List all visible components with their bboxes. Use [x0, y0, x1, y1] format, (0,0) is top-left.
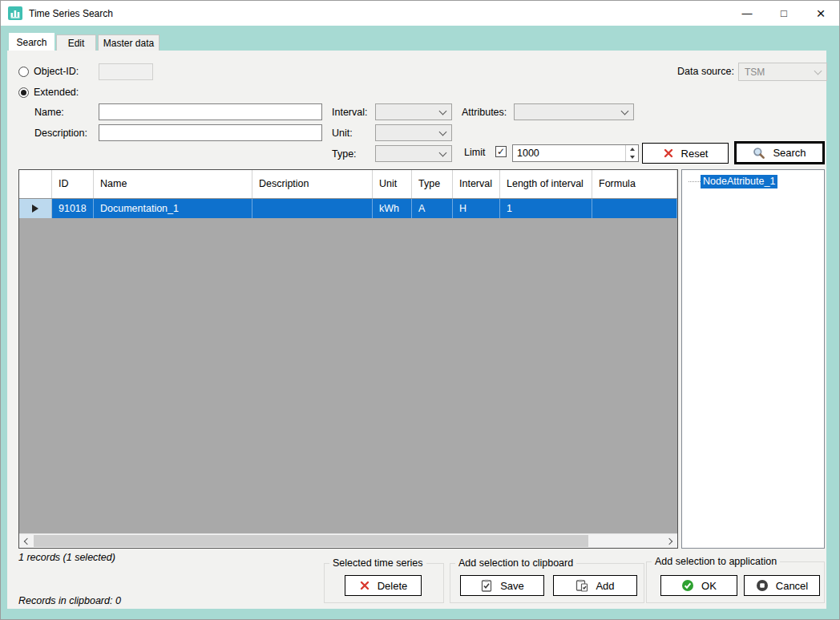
data-source-value: TSM [745, 67, 765, 78]
object-id-input [99, 63, 153, 80]
name-label: Name: [34, 107, 64, 118]
grid-header-id[interactable]: ID [52, 170, 94, 198]
save-button[interactable]: Save [460, 575, 544, 596]
horizontal-scrollbar[interactable] [19, 533, 677, 548]
chevron-down-icon [814, 67, 822, 75]
search-tab-panel: Object-ID: Data source: TSM Extended: Na… [7, 51, 826, 609]
tab-search[interactable]: Search [9, 33, 55, 51]
add-button-label: Add [596, 580, 614, 592]
attributes-label: Attributes: [462, 107, 507, 118]
application-group-title: Add selection to application [652, 556, 780, 567]
clipboard-group: Add selection to clipboard Save [450, 563, 644, 603]
extended-radio[interactable] [18, 87, 29, 98]
spinner-buttons [625, 145, 638, 161]
clipboard-status: Records in clipboard: 0 [18, 595, 121, 606]
app-window: Time Series Search — □ × Search Edit Mas… [0, 0, 840, 620]
grid-header-length-of-interval[interactable]: Length of interval [500, 170, 592, 198]
chevron-right-icon [666, 537, 672, 544]
search-icon [753, 147, 765, 160]
attributes-select[interactable] [514, 103, 634, 120]
tab-edit[interactable]: Edit [56, 34, 96, 51]
tree-connector-line [689, 181, 701, 182]
cell-description[interactable] [252, 199, 373, 218]
clipboard-group-title: Add selection to clipboard [455, 557, 576, 569]
node-attribute-tree: NodeAttribute_1 [681, 169, 825, 549]
grid-header-description[interactable]: Description [252, 170, 373, 198]
selected-time-series-group: Selected time series Delete [324, 563, 444, 603]
tree-item-label[interactable]: NodeAttribute_1 [701, 175, 777, 188]
clipboard-check-icon [480, 579, 493, 592]
save-button-label: Save [500, 580, 524, 592]
type-select[interactable] [375, 145, 452, 162]
limit-value-input[interactable] [513, 145, 625, 161]
chevron-down-icon [439, 148, 447, 156]
object-id-radio[interactable] [18, 67, 29, 77]
grid-header-name[interactable]: Name [94, 170, 252, 198]
delete-button[interactable]: Delete [345, 575, 422, 596]
row-selector-cell[interactable] [19, 199, 52, 218]
limit-checkbox[interactable]: ✓ [495, 146, 507, 157]
selected-time-series-group-title: Selected time series [329, 557, 426, 569]
tab-bar: Search Edit Master data [9, 33, 161, 51]
close-icon[interactable]: × [802, 1, 839, 26]
cell-name[interactable]: Documentation_1 [94, 199, 252, 218]
grid-header-type[interactable]: Type [412, 170, 453, 198]
chevron-down-icon [439, 128, 447, 136]
scrollbar-thumb[interactable] [34, 535, 588, 547]
application-group: Add selection to application OK Cancel [646, 561, 825, 603]
maximize-icon[interactable]: □ [765, 1, 802, 26]
window-title: Time Series Search [29, 8, 113, 19]
results-grid: ID Name Description Unit Type Interval L… [18, 169, 678, 549]
name-input[interactable] [99, 103, 322, 120]
app-icon [8, 6, 22, 20]
chevron-down-icon [439, 107, 447, 115]
extended-label: Extended: [34, 87, 79, 98]
limit-spinner[interactable] [512, 144, 639, 162]
tree-item[interactable]: NodeAttribute_1 [689, 175, 824, 188]
grid-header-interval[interactable]: Interval [453, 170, 500, 198]
search-button[interactable]: Search [734, 141, 825, 164]
chevron-left-icon [24, 537, 30, 544]
type-label: Type: [332, 148, 357, 160]
ok-check-icon [681, 579, 694, 592]
description-input[interactable] [99, 124, 322, 141]
grid-header-row: ID Name Description Unit Type Interval L… [19, 170, 677, 199]
delete-button-label: Delete [378, 580, 408, 592]
grid-header-unit[interactable]: Unit [373, 170, 412, 198]
cell-length-of-interval[interactable]: 1 [500, 199, 592, 218]
search-button-label: Search [773, 147, 806, 159]
data-source-select: TSM [738, 63, 827, 81]
object-id-label: Object-ID: [34, 66, 79, 77]
table-row[interactable]: 91018 Documentation_1 kWh A H 1 [19, 199, 677, 218]
scroll-right-button[interactable] [663, 534, 677, 548]
grid-header-formula[interactable]: Formula [592, 170, 677, 198]
ok-button[interactable]: OK [660, 575, 737, 596]
reset-button-label: Reset [681, 148, 709, 160]
tab-shell: Search Edit Master data Object-ID: Data … [1, 26, 839, 619]
red-x-icon [663, 148, 674, 159]
unit-label: Unit: [332, 128, 353, 139]
add-button[interactable]: Add [553, 575, 637, 596]
cell-type[interactable]: A [412, 199, 453, 218]
cell-interval[interactable]: H [453, 199, 500, 218]
scrollbar-track[interactable] [34, 534, 663, 548]
cell-id[interactable]: 91018 [52, 199, 94, 218]
scroll-left-button[interactable] [19, 534, 34, 548]
unit-select[interactable] [375, 124, 452, 141]
cell-unit[interactable]: kWh [373, 199, 412, 218]
cell-formula[interactable] [592, 199, 677, 218]
spinner-down-button[interactable] [626, 153, 638, 161]
interval-label: Interval: [332, 107, 367, 118]
cancel-button[interactable]: Cancel [744, 575, 820, 596]
clipboard-add-icon [575, 579, 588, 592]
records-status: 1 records (1 selected) [18, 552, 115, 563]
interval-select[interactable] [375, 103, 452, 120]
description-label: Description: [34, 128, 87, 139]
tab-master-data[interactable]: Master data [98, 34, 160, 51]
arrow-down-icon [630, 156, 635, 159]
arrow-up-icon [630, 148, 635, 151]
reset-button[interactable]: Reset [642, 143, 729, 164]
spinner-up-button[interactable] [626, 145, 638, 153]
data-source-label: Data source: [677, 66, 734, 77]
minimize-icon[interactable]: — [729, 1, 765, 26]
